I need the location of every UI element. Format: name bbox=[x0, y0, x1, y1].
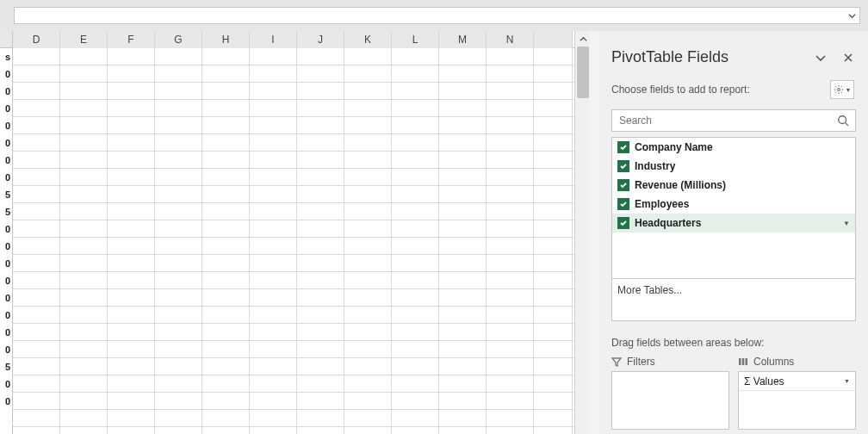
cell[interactable] bbox=[13, 203, 60, 220]
cell[interactable] bbox=[487, 375, 534, 393]
cell[interactable] bbox=[487, 117, 534, 134]
cell[interactable] bbox=[60, 220, 108, 238]
cell[interactable] bbox=[250, 186, 297, 203]
cell[interactable] bbox=[392, 117, 439, 134]
cell[interactable] bbox=[13, 410, 60, 427]
grid-row[interactable]: 0 bbox=[0, 375, 590, 393]
cell[interactable] bbox=[202, 289, 250, 307]
cell[interactable] bbox=[392, 100, 439, 117]
cell[interactable] bbox=[534, 203, 573, 220]
cell[interactable] bbox=[108, 324, 155, 341]
cell[interactable] bbox=[13, 358, 60, 375]
column-header[interactable]: H bbox=[202, 31, 250, 48]
cell[interactable] bbox=[297, 375, 344, 393]
cell[interactable] bbox=[108, 48, 155, 65]
column-header[interactable]: K bbox=[344, 31, 392, 48]
cell[interactable] bbox=[487, 272, 534, 289]
cell[interactable] bbox=[60, 65, 108, 83]
cell[interactable] bbox=[108, 152, 155, 169]
cell[interactable] bbox=[392, 410, 439, 427]
column-header[interactable]: F bbox=[108, 31, 155, 48]
select-all-corner[interactable] bbox=[0, 31, 13, 48]
cell[interactable] bbox=[202, 255, 250, 272]
cell[interactable] bbox=[155, 272, 202, 289]
cell[interactable] bbox=[487, 134, 534, 152]
cell[interactable] bbox=[13, 427, 60, 434]
grid-row[interactable]: 5 bbox=[0, 358, 590, 375]
cell[interactable] bbox=[297, 117, 344, 134]
cell[interactable] bbox=[439, 134, 487, 152]
cell[interactable] bbox=[155, 289, 202, 307]
cell[interactable] bbox=[108, 65, 155, 83]
cell[interactable] bbox=[439, 152, 487, 169]
cell[interactable] bbox=[108, 393, 155, 410]
cell[interactable] bbox=[297, 100, 344, 117]
cell[interactable] bbox=[344, 255, 392, 272]
cell[interactable] bbox=[155, 48, 202, 65]
cell[interactable] bbox=[487, 324, 534, 341]
cell[interactable] bbox=[60, 307, 108, 324]
cell[interactable] bbox=[250, 65, 297, 83]
cell[interactable] bbox=[155, 375, 202, 393]
cell[interactable] bbox=[250, 272, 297, 289]
cell[interactable] bbox=[13, 186, 60, 203]
cell[interactable] bbox=[297, 152, 344, 169]
cell[interactable] bbox=[439, 117, 487, 134]
cell[interactable] bbox=[534, 220, 573, 238]
cell[interactable] bbox=[344, 152, 392, 169]
cell[interactable] bbox=[155, 393, 202, 410]
cell[interactable] bbox=[344, 410, 392, 427]
cell[interactable] bbox=[202, 358, 250, 375]
grid-row[interactable]: 0 bbox=[0, 307, 590, 324]
cell[interactable] bbox=[344, 375, 392, 393]
cell[interactable] bbox=[155, 358, 202, 375]
cell[interactable] bbox=[250, 83, 297, 100]
cell[interactable] bbox=[13, 117, 60, 134]
chevron-down-icon[interactable]: ▼ bbox=[843, 220, 850, 227]
cell[interactable] bbox=[250, 255, 297, 272]
cell[interactable] bbox=[487, 100, 534, 117]
cell[interactable] bbox=[155, 152, 202, 169]
cell[interactable] bbox=[202, 272, 250, 289]
grid-row[interactable]: 0 bbox=[0, 83, 590, 100]
cell[interactable] bbox=[108, 272, 155, 289]
cell[interactable] bbox=[297, 134, 344, 152]
cell[interactable] bbox=[155, 410, 202, 427]
cell[interactable] bbox=[60, 134, 108, 152]
column-header[interactable] bbox=[534, 31, 573, 48]
checkbox-checked-icon[interactable] bbox=[617, 179, 629, 191]
spreadsheet-grid[interactable]: DEFGHIJKLMN s00000005500000000500 bbox=[0, 31, 590, 434]
cell[interactable] bbox=[60, 255, 108, 272]
cell[interactable] bbox=[155, 220, 202, 238]
cell[interactable] bbox=[439, 100, 487, 117]
grid-row[interactable]: 0 bbox=[0, 220, 590, 238]
cell[interactable] bbox=[344, 289, 392, 307]
cell[interactable] bbox=[60, 169, 108, 186]
cell[interactable] bbox=[202, 203, 250, 220]
grid-row[interactable]: 5 bbox=[0, 186, 590, 203]
cell[interactable] bbox=[344, 307, 392, 324]
cell[interactable] bbox=[487, 341, 534, 358]
cell[interactable] bbox=[202, 169, 250, 186]
cell[interactable] bbox=[534, 186, 573, 203]
pane-collapse-button[interactable] bbox=[815, 52, 827, 64]
grid-row[interactable]: 5 bbox=[0, 203, 590, 220]
scrollbar-thumb[interactable] bbox=[577, 46, 589, 98]
cell[interactable] bbox=[392, 307, 439, 324]
cell[interactable] bbox=[439, 358, 487, 375]
cell[interactable] bbox=[534, 65, 573, 83]
cell[interactable] bbox=[13, 393, 60, 410]
cell[interactable] bbox=[344, 169, 392, 186]
cell[interactable] bbox=[108, 410, 155, 427]
cell[interactable] bbox=[60, 83, 108, 100]
cell[interactable] bbox=[250, 152, 297, 169]
vertical-scrollbar[interactable] bbox=[574, 31, 590, 434]
cell[interactable] bbox=[392, 272, 439, 289]
cell[interactable] bbox=[155, 186, 202, 203]
column-header[interactable]: N bbox=[487, 31, 534, 48]
grid-row[interactable] bbox=[0, 427, 590, 434]
more-tables-link[interactable]: More Tables... bbox=[611, 278, 856, 321]
checkbox-checked-icon[interactable] bbox=[617, 217, 629, 229]
cell[interactable] bbox=[108, 341, 155, 358]
cell[interactable] bbox=[13, 134, 60, 152]
